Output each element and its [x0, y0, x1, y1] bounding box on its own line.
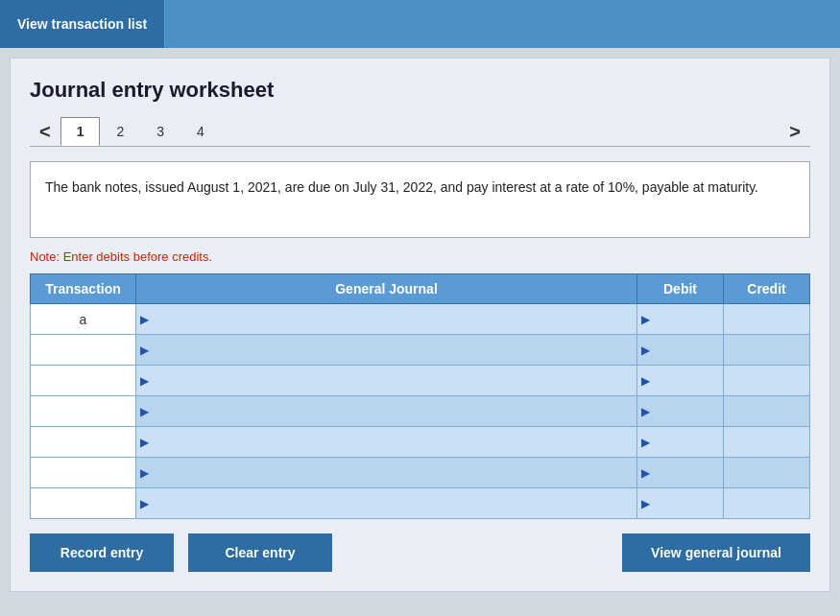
next-page-button[interactable]: >	[780, 117, 810, 146]
debit-cell[interactable]: ▶	[637, 366, 724, 396]
credit-cell[interactable]	[724, 458, 810, 488]
prev-page-button[interactable]: <	[30, 117, 60, 146]
credit-input[interactable]	[728, 399, 805, 424]
credit-cell[interactable]	[724, 396, 810, 427]
transaction-cell	[31, 488, 136, 519]
debit-cell[interactable]: ▶	[637, 396, 724, 427]
entry-arrow-icon: ▶	[140, 466, 149, 480]
transaction-cell	[31, 427, 136, 458]
entry-arrow-icon: ▶	[140, 344, 149, 357]
journal-input[interactable]	[152, 399, 633, 424]
journal-cell[interactable]: ▶	[136, 458, 637, 488]
journal-input[interactable]	[152, 430, 633, 455]
debit-cell[interactable]: ▶	[637, 335, 724, 366]
entry-arrow-icon: ▶	[641, 466, 650, 480]
debit-cell[interactable]: ▶	[637, 458, 724, 488]
transaction-cell	[31, 366, 136, 396]
debit-input[interactable]	[653, 430, 719, 455]
entry-arrow-icon: ▶	[641, 436, 650, 449]
top-bar: View transaction list	[0, 0, 840, 48]
journal-input[interactable]	[152, 461, 633, 486]
credit-input[interactable]	[728, 430, 805, 455]
credit-input[interactable]	[728, 368, 805, 393]
entry-arrow-icon: ▶	[641, 374, 650, 388]
entry-arrow-icon: ▶	[140, 405, 149, 418]
debit-input[interactable]	[653, 307, 719, 332]
table-header-row: Transaction General Journal Debit Credit	[31, 274, 810, 304]
transaction-cell	[31, 335, 136, 366]
debit-input[interactable]	[653, 461, 719, 486]
credit-cell[interactable]	[724, 304, 810, 335]
page-tab-1[interactable]: 1	[60, 117, 101, 146]
entry-arrow-icon: ▶	[140, 436, 149, 449]
journal-table: Transaction General Journal Debit Credit…	[30, 273, 810, 519]
debit-input[interactable]	[653, 368, 719, 393]
debit-cell[interactable]: ▶	[637, 304, 724, 335]
credit-cell[interactable]	[724, 335, 810, 366]
journal-cell[interactable]: ▶	[136, 366, 637, 396]
page-tab-3[interactable]: 3	[140, 117, 180, 146]
journal-input[interactable]	[152, 491, 633, 516]
journal-cell[interactable]: ▶	[136, 396, 637, 427]
pagination-row: < 1 2 3 4 >	[30, 117, 810, 147]
description-box: The bank notes, issued August 1, 2021, a…	[30, 161, 810, 238]
table-row: a▶▶	[31, 304, 810, 335]
entry-arrow-icon: ▶	[641, 313, 650, 326]
entry-arrow-icon: ▶	[140, 497, 149, 510]
debit-input[interactable]	[653, 399, 719, 424]
entry-arrow-icon: ▶	[641, 497, 650, 510]
credit-input[interactable]	[728, 338, 805, 363]
debit-cell[interactable]: ▶	[637, 488, 724, 519]
col-transaction: Transaction	[31, 274, 136, 304]
debit-input[interactable]	[653, 338, 719, 363]
credit-input[interactable]	[728, 307, 805, 332]
transaction-cell	[31, 458, 136, 488]
worksheet-title: Journal entry worksheet	[30, 78, 810, 103]
credit-input[interactable]	[728, 461, 805, 486]
main-content: Journal entry worksheet < 1 2 3 4 > The …	[10, 58, 830, 592]
credit-cell[interactable]	[724, 427, 810, 458]
col-general-journal: General Journal	[136, 274, 637, 304]
journal-cell[interactable]: ▶	[136, 335, 637, 366]
note-text: Note: Enter debits before credits.	[30, 249, 810, 264]
journal-cell[interactable]: ▶	[136, 427, 637, 458]
table-row: ▶▶	[31, 427, 810, 458]
credit-input[interactable]	[728, 491, 805, 516]
debit-input[interactable]	[653, 491, 719, 516]
entry-arrow-icon: ▶	[641, 344, 650, 357]
debit-cell[interactable]: ▶	[637, 427, 724, 458]
clear-entry-button[interactable]: Clear entry	[188, 533, 332, 572]
entry-arrow-icon: ▶	[140, 313, 149, 326]
bottom-buttons: Record entry Clear entry View general jo…	[30, 533, 810, 572]
page-tab-2[interactable]: 2	[100, 117, 140, 146]
journal-input[interactable]	[152, 338, 633, 363]
record-entry-button[interactable]: Record entry	[30, 533, 174, 572]
transaction-cell	[31, 396, 136, 427]
credit-cell[interactable]	[724, 366, 810, 396]
col-debit: Debit	[637, 274, 724, 304]
credit-cell[interactable]	[724, 488, 810, 519]
journal-input[interactable]	[152, 368, 633, 393]
table-row: ▶▶	[31, 335, 810, 366]
page-tab-4[interactable]: 4	[180, 117, 221, 146]
journal-cell[interactable]: ▶	[136, 488, 637, 519]
view-general-journal-button[interactable]: View general journal	[622, 533, 810, 572]
table-row: ▶▶	[31, 396, 810, 427]
view-transaction-button[interactable]: View transaction list	[0, 0, 165, 48]
table-row: ▶▶	[31, 488, 810, 519]
page-tabs: 1 2 3 4	[60, 117, 221, 146]
journal-input[interactable]	[152, 307, 633, 332]
entry-arrow-icon: ▶	[140, 374, 149, 388]
entry-arrow-icon: ▶	[641, 405, 650, 418]
transaction-cell: a	[31, 304, 136, 335]
table-row: ▶▶	[31, 458, 810, 488]
col-credit: Credit	[724, 274, 810, 304]
journal-cell[interactable]: ▶	[136, 304, 637, 335]
table-row: ▶▶	[31, 366, 810, 396]
